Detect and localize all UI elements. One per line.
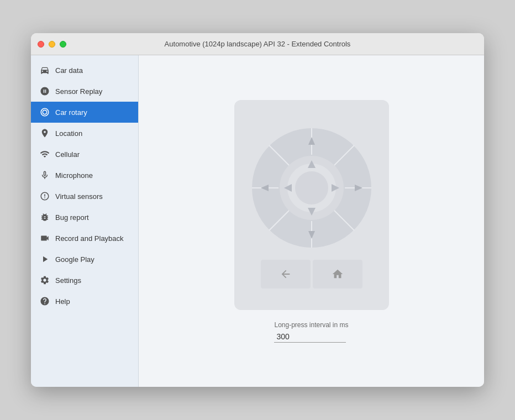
sidebar-item-cellular[interactable]: Cellular [31,144,138,165]
location-icon [40,128,50,138]
sidebar-item-sensor-replay[interactable]: Sensor Replay [31,81,138,102]
close-button[interactable] [38,41,44,48]
google-play-icon [40,254,50,264]
sidebar-item-car-rotary[interactable]: Car rotary [31,102,138,123]
sidebar-item-virtual-sensors[interactable]: Virtual sensors [31,186,138,207]
svg-point-19 [295,171,328,204]
interval-section: Long-press interval in ms [274,321,348,343]
sidebar-item-car-data[interactable]: Car data [31,60,138,81]
interval-input[interactable] [274,331,346,343]
cellular-icon [40,149,50,159]
titlebar: Automotive (1024p landscape) API 32 - Ex… [31,33,484,55]
sidebar-item-microphone-label: Microphone [55,171,93,180]
minimize-button[interactable] [49,41,55,48]
sidebar-item-settings-label: Settings [55,276,81,285]
sidebar-item-sensor-replay-label: Sensor Replay [55,87,102,96]
rotary-widget [234,100,389,310]
back-icon [280,268,292,280]
sidebar-item-bug-report[interactable]: Bug report [31,207,138,228]
sidebar-item-settings[interactable]: Settings [31,270,138,291]
back-button[interactable] [261,260,311,288]
interval-label: Long-press interval in ms [274,321,348,329]
rotary-icon [40,107,50,117]
sidebar-item-google-play-label: Google Play [55,255,94,264]
sidebar-item-microphone[interactable]: Microphone [31,165,138,186]
car-icon [40,65,50,75]
sidebar-item-record-playback[interactable]: Record and Playback [31,228,138,249]
help-icon [40,296,50,306]
sidebar-item-help-label: Help [55,297,70,306]
sensor-icon [40,86,50,96]
rotary-dpad-svg [245,122,378,265]
microphone-icon [40,170,50,180]
sidebar-item-cellular-label: Cellular [55,150,80,159]
bottom-nav-buttons [261,260,362,288]
sidebar-item-car-data-label: Car data [55,66,83,75]
sidebar-item-google-play[interactable]: Google Play [31,249,138,270]
maximize-button[interactable] [60,41,66,48]
sidebar-item-bug-report-label: Bug report [55,213,89,222]
traffic-lights [38,41,66,48]
record-icon [40,233,50,243]
virtual-sensors-icon [40,191,50,201]
sidebar: Car data Sensor Replay Car rotary [31,55,139,387]
main-content: Long-press interval in ms [139,55,484,387]
sidebar-item-location-label: Location [55,129,82,138]
sidebar-item-record-playback-label: Record and Playback [55,234,124,243]
window-title: Automotive (1024p landscape) API 32 - Ex… [165,40,351,48]
settings-icon [40,275,50,285]
sidebar-item-location[interactable]: Location [31,123,138,144]
sidebar-item-virtual-sensors-label: Virtual sensors [55,192,103,201]
sidebar-item-help[interactable]: Help [31,291,138,312]
rotary-container: Long-press interval in ms [234,100,389,343]
home-button[interactable] [313,260,362,288]
home-icon [332,268,344,280]
sidebar-item-car-rotary-label: Car rotary [55,108,87,117]
bug-icon [40,212,50,222]
